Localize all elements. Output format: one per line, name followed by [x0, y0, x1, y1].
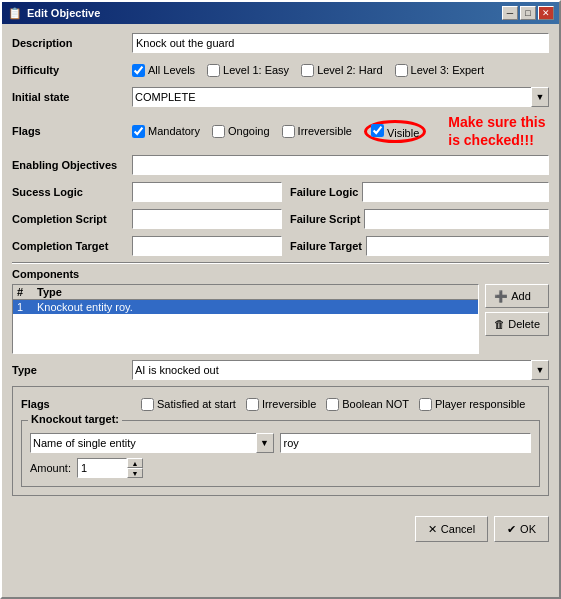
failure-target-input[interactable] — [366, 236, 549, 256]
completion-target-input[interactable] — [132, 236, 282, 256]
table-row[interactable]: 1 Knockout entity roy. — [13, 300, 478, 314]
delete-label: Delete — [508, 318, 540, 330]
player-responsible-checkbox[interactable] — [419, 398, 432, 411]
minimize-button[interactable]: ─ — [502, 6, 518, 20]
title-bar: 📋 Edit Objective ─ □ ✕ — [2, 2, 559, 24]
title-buttons: ─ □ ✕ — [502, 6, 554, 20]
mandatory-checkbox[interactable] — [132, 125, 145, 138]
description-label: Description — [12, 37, 132, 49]
table-col-num: # — [17, 286, 37, 298]
success-logic-input[interactable] — [132, 182, 282, 202]
player-responsible-label: Player responsible — [435, 398, 526, 410]
ok-label: OK — [520, 523, 536, 535]
irreversible2-item: Irreversible — [246, 398, 316, 411]
success-logic-label: Sucess Logic — [12, 186, 132, 198]
level3-item: Level 3: Expert — [395, 64, 484, 77]
initial-state-select-wrapper: COMPLETE INCOMPLETE ▼ — [132, 87, 549, 107]
boolean-not-checkbox[interactable] — [326, 398, 339, 411]
player-responsible-item: Player responsible — [419, 398, 526, 411]
target-value-input[interactable] — [280, 433, 532, 453]
spinner-buttons: ▲ ▼ — [127, 458, 143, 478]
table-col-type: Type — [37, 286, 474, 298]
delete-button[interactable]: 🗑 Delete — [485, 312, 549, 336]
enabling-objectives-label: Enabling Objectives — [12, 159, 132, 171]
irreversible-item: Irreversible — [282, 125, 352, 138]
completion-script-input[interactable] — [132, 209, 282, 229]
satisfied-start-checkbox[interactable] — [141, 398, 154, 411]
description-row: Description — [12, 32, 549, 54]
all-levels-label: All Levels — [148, 64, 195, 76]
boolean-not-label: Boolean NOT — [342, 398, 409, 410]
type-select[interactable]: AI is knocked out — [132, 360, 549, 380]
component-group-box: Flags Satisfied at start Irreversible Bo… — [12, 386, 549, 496]
cancel-icon: ✕ — [428, 523, 437, 536]
description-input[interactable] — [132, 33, 549, 53]
failure-script-input[interactable] — [364, 209, 549, 229]
spinner-up-button[interactable]: ▲ — [127, 458, 143, 468]
initial-state-select[interactable]: COMPLETE INCOMPLETE — [132, 87, 549, 107]
ongoing-label: Ongoing — [228, 125, 270, 137]
mandatory-item: Mandatory — [132, 125, 200, 138]
edit-objective-window: 📋 Edit Objective ─ □ ✕ Description Diffi… — [0, 0, 561, 599]
ok-button[interactable]: ✔ OK — [494, 516, 549, 542]
level1-label: Level 1: Easy — [223, 64, 289, 76]
component-flags-row: Flags Satisfied at start Irreversible Bo… — [21, 393, 540, 415]
type-row: Type AI is knocked out ▼ — [12, 359, 549, 381]
ongoing-checkbox[interactable] — [212, 125, 225, 138]
visible-checkbox[interactable] — [371, 124, 384, 137]
component-flags-label: Flags — [21, 398, 141, 410]
close-button[interactable]: ✕ — [538, 6, 554, 20]
target-select[interactable]: Name of single entity — [30, 433, 274, 453]
logic-row: Sucess Logic Failure Logic — [12, 181, 549, 203]
all-levels-checkbox[interactable] — [132, 64, 145, 77]
irreversible2-label: Irreversible — [262, 398, 316, 410]
satisfied-start-item: Satisfied at start — [141, 398, 236, 411]
knockout-target-row: Name of single entity ▼ — [30, 433, 531, 453]
table-row-num: 1 — [17, 301, 37, 313]
initial-state-row: Initial state COMPLETE INCOMPLETE ▼ — [12, 86, 549, 108]
ok-icon: ✔ — [507, 523, 516, 536]
component-flags-checkboxes: Satisfied at start Irreversible Boolean … — [141, 398, 525, 411]
make-sure-text: Make sure this is checked!!! — [448, 113, 545, 149]
amount-input[interactable] — [77, 458, 127, 478]
enabling-objectives-input[interactable] — [132, 155, 549, 175]
irreversible2-checkbox[interactable] — [246, 398, 259, 411]
components-row: # Type 1 Knockout entity roy. ➕ Add 🗑 De… — [12, 284, 549, 354]
level3-checkbox[interactable] — [395, 64, 408, 77]
window-title: Edit Objective — [27, 7, 100, 19]
ongoing-item: Ongoing — [212, 125, 270, 138]
spinner-down-button[interactable]: ▼ — [127, 468, 143, 478]
bottom-buttons: ✕ Cancel ✔ OK — [2, 508, 559, 550]
level2-item: Level 2: Hard — [301, 64, 382, 77]
irreversible-checkbox[interactable] — [282, 125, 295, 138]
level2-checkbox[interactable] — [301, 64, 314, 77]
window-icon: 📋 — [7, 5, 23, 21]
components-buttons: ➕ Add 🗑 Delete — [485, 284, 549, 336]
failure-logic-input[interactable] — [362, 182, 549, 202]
all-levels-item: All Levels — [132, 64, 195, 77]
irreversible-label: Irreversible — [298, 125, 352, 137]
cancel-button[interactable]: ✕ Cancel — [415, 516, 488, 542]
completion-target-label: Completion Target — [12, 240, 132, 252]
enabling-objectives-row: Enabling Objectives — [12, 154, 549, 176]
failure-target-label: Failure Target — [290, 240, 362, 252]
completion-script-label: Completion Script — [12, 213, 132, 225]
level1-item: Level 1: Easy — [207, 64, 289, 77]
level3-label: Level 3: Expert — [411, 64, 484, 76]
table-row-value: Knockout entity roy. — [37, 301, 474, 313]
delete-icon: 🗑 — [494, 318, 505, 330]
flags-row: Flags Mandatory Ongoing Irreversible Vis… — [12, 113, 549, 149]
amount-spinner: ▲ ▼ — [77, 458, 143, 478]
add-label: Add — [511, 290, 531, 302]
level2-label: Level 2: Hard — [317, 64, 382, 76]
mandatory-label: Mandatory — [148, 125, 200, 137]
add-icon: ➕ — [494, 290, 508, 303]
cancel-label: Cancel — [441, 523, 475, 535]
failure-logic-label: Failure Logic — [290, 186, 358, 198]
add-button[interactable]: ➕ Add — [485, 284, 549, 308]
level1-checkbox[interactable] — [207, 64, 220, 77]
knockout-target-group: Knockout target: Name of single entity ▼… — [21, 420, 540, 487]
flags-checkboxes: Mandatory Ongoing Irreversible Visible M… — [132, 113, 546, 149]
maximize-button[interactable]: □ — [520, 6, 536, 20]
difficulty-checkboxes: All Levels Level 1: Easy Level 2: Hard L… — [132, 64, 484, 77]
